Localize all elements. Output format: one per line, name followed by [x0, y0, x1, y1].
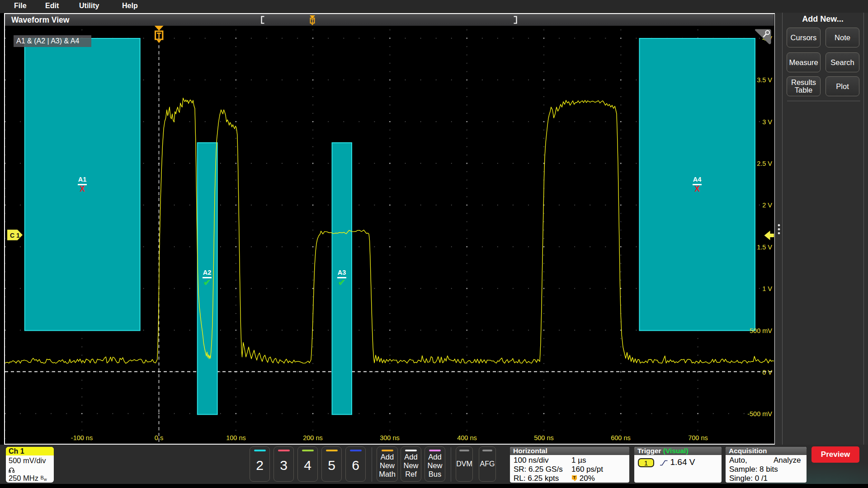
svg-text:C 1: C 1 [10, 232, 20, 239]
svg-text:T: T [573, 475, 576, 480]
